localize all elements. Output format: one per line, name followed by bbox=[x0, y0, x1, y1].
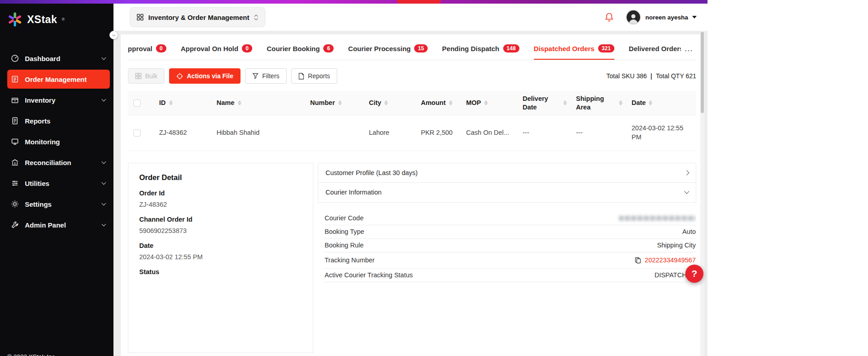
tab-count-badge: 15 bbox=[414, 44, 427, 52]
field-label: Booking Rule bbox=[325, 242, 363, 249]
registered-mark: ® bbox=[61, 17, 65, 22]
sidebar-collapse-button[interactable]: ‹› bbox=[109, 31, 118, 39]
column-label: City bbox=[369, 99, 381, 107]
tracking-status-row: Active Courier Tracking Status DISPATCHE… bbox=[325, 269, 696, 282]
tab-courier-booking[interactable]: Courier Booking 6 bbox=[267, 42, 334, 60]
reports-label: Reports bbox=[308, 72, 330, 80]
sidebar-item-inventory[interactable]: Inventory bbox=[7, 90, 110, 109]
sidebar-item-reports[interactable]: Reports bbox=[7, 111, 110, 130]
sidebar-item-label: Dashboard bbox=[25, 55, 60, 62]
avatar bbox=[626, 9, 641, 25]
tab-label: Delivered Orders bbox=[629, 45, 684, 52]
cell-delivery-date: --- bbox=[517, 115, 571, 151]
tab-count-badge: 0 bbox=[242, 44, 252, 52]
order-management-icon bbox=[11, 75, 19, 83]
column-header-delivery-date[interactable]: Delivery Date bbox=[517, 91, 571, 114]
sidebar-item-order-management[interactable]: Order Management bbox=[7, 70, 110, 89]
orders-table: ID Name Number City bbox=[128, 91, 696, 151]
courier-information-label: Courier Information bbox=[326, 189, 382, 196]
column-label: Date bbox=[632, 99, 646, 107]
column-header-mop[interactable]: MOP bbox=[461, 91, 517, 114]
sort-icon bbox=[563, 100, 567, 105]
totals-summary: Total SKU 386 | Total QTY 621 bbox=[606, 72, 696, 80]
select-caret-icon bbox=[254, 14, 259, 21]
column-header-id[interactable]: ID bbox=[154, 91, 211, 114]
tab-approval-on-hold[interactable]: Approval On Hold 0 bbox=[181, 42, 252, 60]
cell-shipping-area: --- bbox=[571, 115, 626, 151]
column-header-number[interactable]: Number bbox=[305, 91, 363, 114]
column-header-amount[interactable]: Amount bbox=[415, 91, 461, 114]
actions-via-file-button[interactable]: Actions via File bbox=[169, 68, 241, 84]
tab-label: Courier Processing bbox=[348, 45, 410, 52]
chevron-down-icon bbox=[102, 160, 106, 164]
copy-icon[interactable] bbox=[635, 257, 641, 264]
select-all-cell bbox=[128, 91, 154, 114]
column-header-date[interactable]: Date bbox=[626, 91, 696, 114]
courier-fields-list: Courier Code Booking Type Auto Booking R… bbox=[318, 212, 696, 282]
app-window: XStak ® Dashboard Order Management bbox=[0, 4, 708, 356]
field-value: 2024-03-02 12:55 PM bbox=[139, 253, 302, 261]
help-button[interactable]: ? bbox=[685, 265, 703, 283]
utilities-icon bbox=[11, 179, 19, 187]
tracking-number-row: Tracking Number 20222334949567 bbox=[325, 252, 696, 269]
table-row[interactable]: ZJ-48362 Hibbah Shahid Lahore PKR 2,500 … bbox=[128, 115, 696, 151]
field-value: ZJ-48362 bbox=[139, 201, 302, 208]
tab-dispatched-orders[interactable]: Dispatched Orders 321 bbox=[534, 42, 614, 60]
column-header-name[interactable]: Name bbox=[211, 91, 305, 114]
reports-button[interactable]: Reports bbox=[291, 68, 337, 84]
tab-pending-dispatch[interactable]: Pending Dispatch 148 bbox=[442, 42, 519, 60]
filters-button[interactable]: Filters bbox=[245, 68, 287, 84]
column-header-shipping-area[interactable]: Shipping Area bbox=[571, 91, 626, 114]
tracking-number-link[interactable]: 20222334949567 bbox=[645, 256, 696, 264]
scrollbar[interactable] bbox=[700, 31, 704, 356]
column-label: MOP bbox=[466, 99, 481, 107]
field-value: 5906902253873 bbox=[139, 227, 302, 234]
brand-logo[interactable]: XStak ® bbox=[0, 4, 113, 38]
row-checkbox[interactable] bbox=[133, 129, 141, 137]
scrollbar-thumb[interactable] bbox=[701, 32, 704, 113]
courier-detail-panel: Customer Profile (Last 30 days) Courier … bbox=[318, 163, 696, 353]
sidebar-item-label: Inventory bbox=[25, 96, 56, 104]
user-menu[interactable]: noreen ayesha bbox=[626, 9, 697, 25]
chevron-down-icon bbox=[102, 180, 106, 185]
sidebar-item-monitoring[interactable]: Monitoring bbox=[7, 132, 110, 151]
bulk-icon bbox=[135, 73, 142, 79]
dashboard-icon bbox=[11, 54, 19, 62]
customer-profile-section[interactable]: Customer Profile (Last 30 days) bbox=[318, 163, 696, 183]
total-qty: Total QTY 621 bbox=[656, 72, 696, 80]
notifications-button[interactable] bbox=[604, 12, 614, 23]
workspace-name: Inventory & Order Management bbox=[148, 14, 249, 21]
column-label: ID bbox=[159, 99, 166, 107]
bulk-button[interactable]: Bulk bbox=[128, 68, 165, 84]
sidebar: XStak ® Dashboard Order Management bbox=[0, 4, 113, 356]
gear-icon bbox=[11, 200, 19, 208]
sidebar-item-reconciliation[interactable]: Reconciliation bbox=[7, 153, 110, 172]
field-label: Order Id bbox=[139, 190, 302, 197]
tab-courier-processing[interactable]: Courier Processing 15 bbox=[348, 42, 428, 60]
tab-count-badge: 6 bbox=[323, 44, 334, 52]
column-label: Amount bbox=[421, 99, 446, 107]
select-all-checkbox[interactable] bbox=[133, 100, 141, 107]
tab-strip: Approval 0 Approval On Hold 0 Courier Bo… bbox=[128, 42, 696, 60]
workspace-selector[interactable]: Inventory & Order Management bbox=[130, 7, 265, 27]
grid-icon bbox=[137, 14, 144, 21]
tabs-overflow-button[interactable]: ⋯ bbox=[681, 42, 696, 59]
field-label: Courier Code bbox=[325, 214, 363, 222]
cell-number bbox=[305, 115, 363, 151]
courier-code-row: Courier Code bbox=[325, 212, 696, 225]
sort-icon bbox=[338, 100, 342, 105]
sort-icon bbox=[484, 100, 488, 105]
chevron-down-icon bbox=[102, 201, 106, 206]
tab-count-badge: 321 bbox=[598, 44, 614, 52]
sidebar-item-utilities[interactable]: Utilities bbox=[7, 174, 110, 193]
column-header-city[interactable]: City bbox=[363, 91, 415, 114]
field-label: Booking Type bbox=[325, 228, 364, 235]
order-detail-panel: Order Detail Order Id ZJ-48362 Channel O… bbox=[128, 163, 313, 353]
sidebar-item-dashboard[interactable]: Dashboard bbox=[7, 49, 110, 68]
sidebar-item-settings[interactable]: Settings bbox=[7, 195, 110, 214]
column-label: Shipping Area bbox=[576, 95, 616, 111]
courier-information-section[interactable]: Courier Information bbox=[318, 183, 696, 203]
tab-approval[interactable]: Approval 0 bbox=[128, 42, 166, 60]
toolbar: Bulk Actions via File bbox=[128, 68, 696, 84]
sidebar-item-admin-panel[interactable]: Admin Panel bbox=[7, 215, 110, 234]
